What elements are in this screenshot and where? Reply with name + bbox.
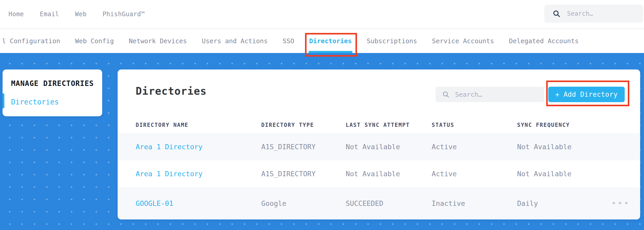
sync-frequency-cell: Not Available: [517, 170, 610, 178]
add-directory-button-wrap: + Add Directory: [548, 87, 625, 102]
secondary-nav: l Configuration Web Config Network Devic…: [0, 29, 644, 53]
directory-name-link[interactable]: Area 1 Directory: [136, 143, 261, 151]
tab-service-accounts[interactable]: Service Accounts: [432, 29, 494, 53]
status-cell: Active: [432, 170, 517, 178]
directories-search-box[interactable]: [436, 87, 544, 102]
table-row[interactable]: Area 1 Directory A1S_DIRECTORY Not Avail…: [118, 133, 640, 160]
tab-sso[interactable]: SSO: [283, 29, 294, 53]
tab-subscriptions[interactable]: Subscriptions: [367, 29, 417, 53]
column-header-status: STATUS: [432, 122, 517, 128]
directory-type-cell: A1S_DIRECTORY: [261, 143, 346, 151]
active-tab-underline: [309, 51, 352, 53]
sidebar-item-directories[interactable]: Directories: [11, 98, 59, 106]
directories-search-input[interactable]: [455, 91, 541, 99]
directory-name-link[interactable]: GOOGLE-01: [136, 199, 261, 207]
directory-type-cell: A1S_DIRECTORY: [261, 170, 346, 178]
sidebar-card-title: MANAGE DIRECTORIES: [11, 79, 94, 88]
sync-frequency-cell: Daily: [517, 199, 610, 207]
status-cell: Inactive: [432, 199, 517, 207]
global-search-input[interactable]: [567, 10, 640, 17]
row-actions-menu-icon[interactable]: •••: [610, 199, 640, 207]
table-body: Area 1 Directory A1S_DIRECTORY Not Avail…: [118, 133, 640, 219]
tab-directories[interactable]: Directories: [309, 29, 352, 53]
last-sync-cell: Not Available: [346, 170, 432, 178]
last-sync-cell: Not Available: [346, 143, 432, 151]
directories-panel: Directories + Add Directory DIRECTORY NA…: [118, 69, 640, 219]
column-header-sync-frequency: SYNC FREQUENCY: [517, 122, 610, 128]
nav-item-home[interactable]: Home: [8, 11, 24, 18]
search-icon: [442, 91, 449, 98]
table-header-row: DIRECTORY NAME DIRECTORY TYPE LAST SYNC …: [118, 117, 640, 133]
column-header-directory-name: DIRECTORY NAME: [136, 122, 261, 128]
page-title: Directories: [136, 85, 207, 97]
table-row[interactable]: GOOGLE-01 Google SUCCEEDED Inactive Dail…: [118, 187, 640, 219]
tab-web-config[interactable]: Web Config: [75, 29, 114, 53]
tab-network-devices[interactable]: Network Devices: [129, 29, 187, 53]
sync-frequency-cell: Not Available: [517, 143, 610, 151]
tab-directories-label: Directories: [309, 37, 352, 45]
top-bar: Home Email Web PhishGuard™: [0, 0, 644, 29]
directory-name-link[interactable]: Area 1 Directory: [136, 170, 261, 178]
table-row[interactable]: Area 1 Directory A1S_DIRECTORY Not Avail…: [118, 160, 640, 187]
manage-directories-card: MANAGE DIRECTORIES Directories: [3, 69, 102, 116]
column-header-last-sync-attempt: LAST SYNC ATTEMPT: [346, 122, 432, 128]
column-header-directory-type: DIRECTORY TYPE: [261, 122, 346, 128]
tab-email-configuration[interactable]: l Configuration: [2, 29, 60, 53]
primary-nav: Home Email Web PhishGuard™: [0, 11, 145, 18]
phishguard-admin-page: Home Email Web PhishGuard™ l Configurati…: [0, 0, 644, 230]
sidebar-active-indicator: [3, 93, 4, 108]
status-cell: Active: [432, 143, 517, 151]
nav-item-phishguard[interactable]: PhishGuard™: [102, 11, 145, 18]
add-directory-button[interactable]: + Add Directory: [548, 87, 625, 102]
table-toolbar: + Add Directory: [436, 87, 625, 102]
last-sync-cell: SUCCEEDED: [346, 199, 432, 207]
directory-type-cell: Google: [261, 199, 346, 207]
nav-item-email[interactable]: Email: [40, 11, 59, 18]
tab-delegated-accounts[interactable]: Delegated Accounts: [509, 29, 579, 53]
global-search-box[interactable]: [544, 5, 643, 23]
tab-users-and-actions[interactable]: Users and Actions: [202, 29, 268, 53]
nav-item-web[interactable]: Web: [75, 11, 87, 18]
search-icon: [553, 10, 560, 17]
